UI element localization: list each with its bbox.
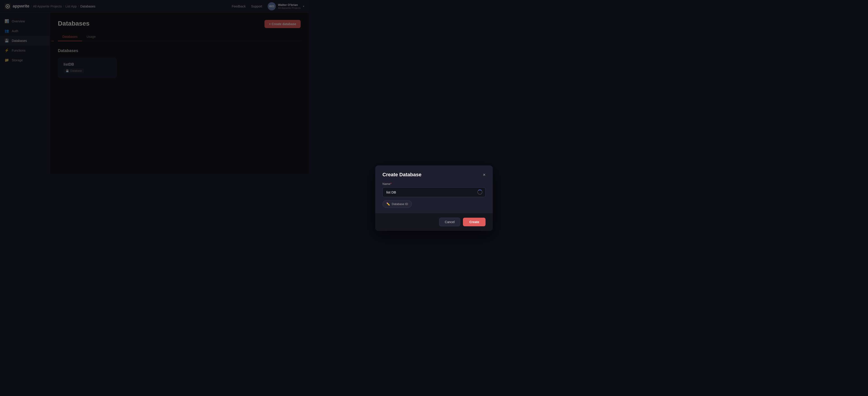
modal-overlay[interactable]: Create Database × Name* ✏️ Database ID C… bbox=[0, 0, 309, 174]
